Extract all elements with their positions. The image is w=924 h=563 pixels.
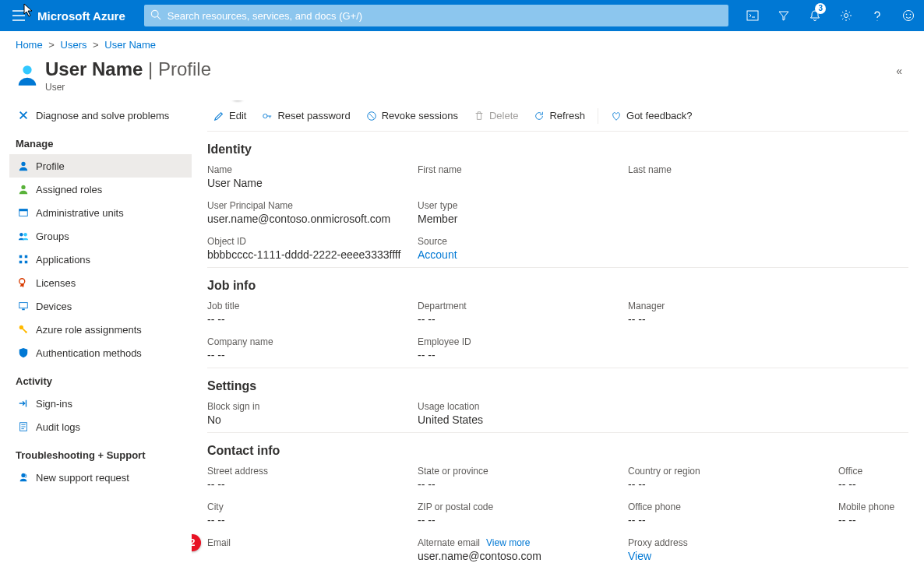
nav-admin-units[interactable]: Administrative units bbox=[9, 201, 192, 224]
usageloc-value: United States bbox=[418, 413, 628, 426]
nav-signins[interactable]: Sign-ins bbox=[9, 392, 192, 415]
nav-audit[interactable]: Audit logs bbox=[9, 415, 192, 438]
nav-groups[interactable]: Groups bbox=[9, 224, 192, 248]
refresh-icon bbox=[534, 111, 545, 121]
crumb-user[interactable]: User Name bbox=[104, 39, 156, 51]
blocksignin-value: No bbox=[207, 413, 418, 426]
groups-icon bbox=[16, 230, 31, 241]
state-value: -- -- bbox=[418, 478, 628, 491]
refresh-button[interactable]: Refresh bbox=[527, 107, 591, 125]
objectid-label: Object ID bbox=[207, 236, 418, 247]
department-label: Department bbox=[418, 301, 628, 311]
settings-button[interactable] bbox=[831, 0, 862, 31]
officephone-value: -- -- bbox=[628, 514, 838, 526]
key-reset-icon bbox=[262, 111, 273, 121]
altemail-value: user.name@contoso.com bbox=[418, 550, 628, 562]
page-subtype: User bbox=[45, 82, 211, 93]
name-label: Name bbox=[207, 164, 418, 175]
name-value: User Name bbox=[207, 177, 418, 189]
viewmore-link[interactable]: View more bbox=[486, 537, 530, 548]
collapse-nav-button[interactable]: « bbox=[896, 65, 908, 77]
jobtitle-label: Job title bbox=[207, 301, 418, 311]
admin-units-icon bbox=[16, 207, 31, 218]
jobtitle-value: -- -- bbox=[207, 313, 418, 325]
nav-diagnose[interactable]: Diagnose and solve problems bbox=[9, 104, 192, 127]
notification-badge: 3 bbox=[815, 3, 826, 14]
nav-auth-methods[interactable]: Authentication methods bbox=[9, 341, 192, 364]
officephone-label: Office phone bbox=[628, 501, 838, 512]
heart-icon bbox=[611, 111, 622, 121]
nav-profile[interactable]: Profile bbox=[9, 154, 192, 178]
directory-button[interactable] bbox=[768, 0, 799, 31]
help-button[interactable] bbox=[862, 0, 893, 31]
menu-toggle[interactable] bbox=[0, 0, 37, 31]
svg-point-4 bbox=[904, 11, 914, 21]
pencil-icon bbox=[213, 111, 224, 121]
zip-value: -- -- bbox=[418, 514, 628, 526]
nav-support[interactable]: New support request bbox=[9, 466, 192, 489]
svg-point-8 bbox=[21, 162, 25, 166]
usageloc-label: Usage location bbox=[418, 401, 628, 412]
brand-label[interactable]: Microsoft Azure bbox=[37, 9, 125, 23]
crumb-users[interactable]: Users bbox=[61, 39, 87, 51]
smiley-icon bbox=[902, 9, 915, 22]
settings-title: Settings bbox=[207, 379, 908, 393]
license-icon bbox=[16, 277, 31, 288]
page-title-sub: Profile bbox=[158, 58, 211, 79]
help-icon bbox=[871, 9, 883, 22]
svg-rect-14 bbox=[19, 255, 23, 259]
state-label: State or province bbox=[418, 466, 628, 477]
page-title-main: User Name bbox=[45, 58, 143, 79]
feedback-button[interactable] bbox=[893, 0, 924, 31]
cloud-shell-button[interactable] bbox=[737, 0, 768, 31]
svg-point-22 bbox=[21, 473, 25, 477]
nav-applications[interactable]: Applications bbox=[9, 248, 192, 271]
proxy-view-link[interactable]: View bbox=[628, 550, 838, 562]
diagnose-icon bbox=[16, 110, 31, 121]
svg-point-12 bbox=[19, 233, 23, 236]
nav-licenses[interactable]: Licenses bbox=[9, 271, 192, 294]
search-wrap bbox=[144, 5, 728, 26]
nav-assigned-roles[interactable]: Assigned roles bbox=[9, 178, 192, 201]
notifications-button[interactable]: 3 bbox=[799, 0, 831, 31]
firstname-label: First name bbox=[418, 164, 628, 175]
svg-rect-2 bbox=[747, 11, 758, 20]
upn-label: User Principal Name bbox=[207, 200, 418, 211]
svg-point-7 bbox=[23, 65, 31, 74]
zip-label: ZIP or postal code bbox=[418, 501, 628, 512]
proxy-label: Proxy address bbox=[628, 537, 838, 548]
trash-icon bbox=[474, 111, 485, 121]
svg-rect-16 bbox=[19, 261, 23, 264]
job-section: Job info Job title-- -- Department-- -- … bbox=[207, 268, 908, 368]
svg-point-0 bbox=[151, 10, 158, 17]
nav-devices[interactable]: Devices bbox=[9, 294, 192, 318]
cmd-separator bbox=[598, 108, 598, 124]
nav-azure-roles[interactable]: Azure role assignments bbox=[9, 318, 192, 341]
key-icon bbox=[16, 324, 31, 335]
office-value: -- -- bbox=[838, 478, 924, 491]
crumb-sep: > bbox=[48, 39, 55, 51]
city-value: -- -- bbox=[207, 514, 418, 526]
street-value: -- -- bbox=[207, 478, 418, 491]
page-header: User Name | Profile User « bbox=[0, 55, 924, 100]
search-icon bbox=[150, 9, 161, 20]
mobilephone-value: -- -- bbox=[838, 514, 924, 526]
svg-point-23 bbox=[263, 114, 267, 118]
source-value[interactable]: Account bbox=[418, 248, 628, 261]
cloudshell-icon bbox=[746, 9, 759, 22]
left-nav: Diagnose and solve problems Manage Profi… bbox=[0, 100, 192, 563]
blocksignin-label: Block sign in bbox=[207, 401, 418, 412]
svg-rect-19 bbox=[19, 303, 28, 308]
user-icon bbox=[16, 63, 39, 86]
got-feedback-button[interactable]: Got feedback? bbox=[605, 107, 699, 125]
crumb-home[interactable]: Home bbox=[16, 39, 43, 51]
contact-title: Contact info bbox=[207, 444, 908, 458]
company-label: Company name bbox=[207, 336, 418, 347]
settings-section: Settings Block sign inNo Usage locationU… bbox=[207, 368, 908, 433]
audit-icon bbox=[16, 421, 31, 432]
revoke-sessions-button[interactable]: Revoke sessions bbox=[360, 107, 464, 125]
job-title: Job info bbox=[207, 279, 908, 293]
reset-password-button[interactable]: Reset password bbox=[256, 107, 356, 125]
search-input[interactable] bbox=[144, 5, 728, 26]
edit-button[interactable]: Edit bbox=[207, 107, 252, 125]
